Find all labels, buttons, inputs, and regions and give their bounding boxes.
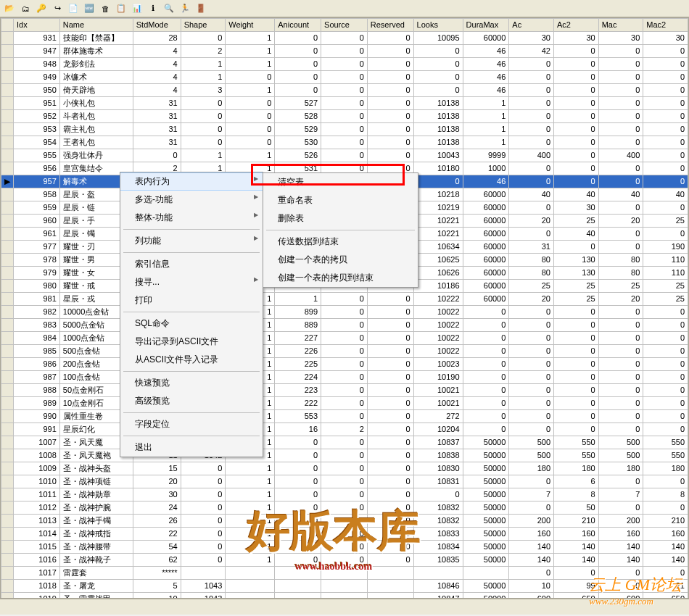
table-row[interactable]: 954王者礼包3100530001013810000 <box>1 136 688 149</box>
table-row[interactable]: 1014圣・战神戒指22010001083350000160160160160 <box>1 528 688 541</box>
table-row[interactable]: 1008圣・凤天魔袍111042100010838500005005505005… <box>1 449 688 462</box>
toolbar-button-12[interactable]: 🚪 <box>195 3 207 14</box>
menu-item[interactable]: 字段定位 <box>120 415 263 433</box>
table-row[interactable]: 985500点金钻1226001002200000 <box>1 345 688 358</box>
submenu-item[interactable]: 删除表 <box>263 209 418 228</box>
table-row[interactable]: 98910点金刚石1222001002100000 <box>1 397 688 410</box>
table-row[interactable]: 947群体施毒术42100004642000 <box>1 45 688 58</box>
submenu-item[interactable]: 创建一个表的拷贝 <box>263 251 418 269</box>
column-header-reserved[interactable]: Reserved <box>367 19 413 32</box>
toolbar-button-6[interactable]: 🗑 <box>99 3 111 14</box>
table-row[interactable]: 981星辰・戎1100102226000020252025 <box>1 293 688 306</box>
column-header-looks[interactable]: Looks <box>413 19 463 32</box>
table-row[interactable]: 1013圣・战神手镯26010001083250000200210200210 <box>1 515 688 528</box>
table-row[interactable]: 9835000点金钻1889001002200000 <box>1 319 688 332</box>
column-header-duramax[interactable]: DuraMax <box>463 19 509 32</box>
column-header-ac[interactable]: Ac <box>509 19 554 32</box>
table-row[interactable]: 986200点金钻1225001002300000 <box>1 358 688 371</box>
table-row[interactable]: 1016圣・战神靴子62010001083550000140140140140 <box>1 554 688 567</box>
table-row[interactable]: 987100点金钻1224001019000000 <box>1 371 688 384</box>
toolbar-button-0[interactable]: 📂 <box>4 3 15 14</box>
menu-item[interactable]: 列功能 <box>120 232 263 250</box>
submenu-item[interactable]: 重命名表 <box>263 191 418 209</box>
table-row[interactable]: 98850点金刚石1223001002100000 <box>1 384 688 397</box>
table-row[interactable]: 1011圣・战神勋章30010000500007878 <box>1 488 688 501</box>
toolbar-button-10[interactable]: 🔍 <box>163 3 175 14</box>
table-row[interactable]: 1015圣・战神腰带54010001083450000140140140140 <box>1 541 688 554</box>
table-row[interactable]: 98210000点金钻1899001002200000 <box>1 306 688 319</box>
table-row[interactable]: 949冰镰术4100000460000 <box>1 71 688 84</box>
menu-item[interactable]: 多选-功能 <box>120 191 263 209</box>
menu-item[interactable]: 整体-功能 <box>120 209 263 227</box>
menu-item[interactable]: 表内行为 <box>120 172 263 191</box>
table-row[interactable]: 1019圣・雷霆战甲1010431084750000600650600650 <box>1 593 688 599</box>
watermark-2: 云上 GM论坛 www.230gm.com <box>589 574 682 607</box>
column-header-shape[interactable]: Shape <box>181 19 226 32</box>
column-header-source[interactable]: Source <box>321 19 368 32</box>
menu-item[interactable]: 打印 <box>120 291 263 309</box>
table-row[interactable]: 948龙影剑法4110000460000 <box>1 58 688 71</box>
context-menu[interactable]: 表内行为多选-功能整体-功能列功能索引信息搜寻...打印SQL命令导出记录到AS… <box>120 172 263 457</box>
status-bar <box>0 599 689 615</box>
menu-item[interactable]: 搜寻... <box>120 273 263 291</box>
toolbar-button-4[interactable]: 📄 <box>67 3 79 14</box>
toolbar-button-7[interactable]: 📋 <box>115 3 127 14</box>
column-header-idx[interactable]: Idx <box>14 19 60 32</box>
table-row[interactable]: 931技能印【禁器】2801000100956000030303030 <box>1 32 688 45</box>
table-row[interactable]: 1012圣・战神护腕2401000108325000005000 <box>1 501 688 515</box>
table-row[interactable]: 952斗者礼包3100528001013810000 <box>1 110 688 123</box>
table-row[interactable]: 990属性重生卷15530027200000 <box>1 410 688 423</box>
column-header-stdmode[interactable]: StdMode <box>133 19 181 32</box>
column-header-mac[interactable]: Mac <box>598 19 643 32</box>
toolbar: 📂🗂🔑↪📄🆕🗑📋📊ℹ🔍🏃🚪 <box>0 0 689 17</box>
table-row[interactable]: 1007圣・凤天魔10001083750000500550500550 <box>1 436 688 449</box>
table-row[interactable]: 955强身壮体丹0115260010043999940004000 <box>1 149 688 162</box>
submenu[interactable]: 清空表重命名表删除表传送数据到结束创建一个表的拷贝创建一个表的拷贝到结束 <box>263 172 418 288</box>
column-header-name[interactable]: Name <box>59 19 133 32</box>
toolbar-button-9[interactable]: ℹ <box>147 3 159 14</box>
menu-item[interactable]: 导出记录到ASCII文件 <box>120 333 263 351</box>
column-header-ac2[interactable]: Ac2 <box>554 19 599 32</box>
table-row[interactable]: 950倚天辟地4310000460000 <box>1 84 688 97</box>
toolbar-button-8[interactable]: 📊 <box>131 3 143 14</box>
menu-item[interactable]: 退出 <box>120 438 263 457</box>
table-row[interactable]: 1009圣・战神头盔15010001083050000180180180180 <box>1 462 688 475</box>
toolbar-button-11[interactable]: 🏃 <box>179 3 191 14</box>
table-row[interactable]: 1010圣・战神项链200100010831500000600 <box>1 475 688 488</box>
table-row[interactable]: 1018圣・屠龙5104310846500001099021 <box>1 580 688 593</box>
data-grid[interactable]: IdxNameStdModeShapeWeightAnicountSourceR… <box>0 17 689 599</box>
menu-item[interactable]: 从ASCII文件导入记录 <box>120 351 263 369</box>
submenu-item[interactable]: 传送数据到结束 <box>263 233 418 251</box>
menu-item[interactable]: 快速预览 <box>120 374 263 392</box>
menu-item[interactable]: 索引信息 <box>120 255 263 273</box>
toolbar-button-3[interactable]: ↪ <box>51 3 63 14</box>
submenu-item[interactable]: 清空表 <box>263 173 418 191</box>
menu-item[interactable]: SQL命令 <box>120 315 263 333</box>
toolbar-button-1[interactable]: 🗂 <box>20 3 31 14</box>
column-header-weight[interactable]: Weight <box>226 19 275 32</box>
column-header-mac2[interactable]: Mac2 <box>643 19 688 32</box>
table-row[interactable]: 9841000点金钻1227001002200000 <box>1 332 688 345</box>
table-row[interactable]: 1017雷霆套*****0000 <box>1 567 688 580</box>
table-row[interactable]: 991星辰幻化116201020400000 <box>1 423 688 436</box>
menu-item[interactable]: 高级预览 <box>120 392 263 410</box>
table-row[interactable]: 951小侠礼包3100527001013810000 <box>1 97 688 110</box>
toolbar-button-2[interactable]: 🔑 <box>36 3 47 14</box>
submenu-item[interactable]: 创建一个表的拷贝到结束 <box>263 269 418 287</box>
toolbar-button-5[interactable]: 🆕 <box>83 3 95 14</box>
column-header-anicount[interactable]: Anicount <box>275 19 321 32</box>
table-row[interactable]: 953霸主礼包3100529001013810000 <box>1 123 688 136</box>
